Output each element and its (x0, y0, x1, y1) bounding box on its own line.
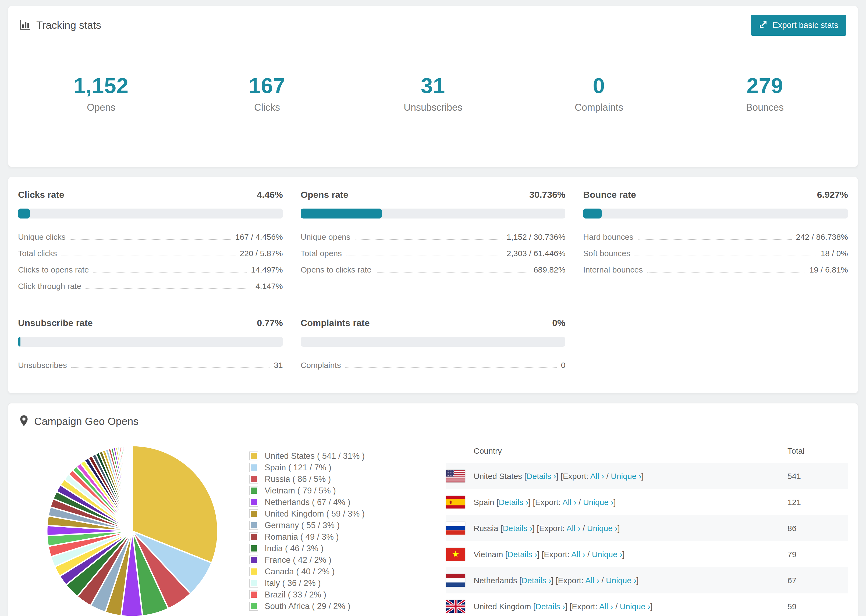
rate-row-label: Total opens (301, 249, 342, 258)
geo-opens-table: Country Total United States [Details ›] … (446, 438, 848, 616)
legend-label: Italy ( 36 / 2% ) (265, 578, 321, 588)
details-link[interactable]: Details › (499, 498, 528, 507)
legend-item: Russia ( 86 / 5% ) (249, 473, 400, 485)
dotted-leader (355, 239, 502, 240)
rate-panel: Opens rate30.736%Unique opens1,152 / 30.… (301, 190, 565, 291)
legend-item: Italy ( 36 / 2% ) (249, 577, 400, 589)
rate-detail-row: Click through rate4.147% (18, 282, 283, 291)
details-link[interactable]: Details › (507, 550, 537, 559)
country-name: United Kingdom (474, 602, 531, 611)
flag-nl-icon (446, 574, 465, 587)
rate-detail-row: Internal bounces19 / 6.81% (583, 265, 848, 274)
bracket-text: ] (556, 472, 561, 481)
legend-swatch (249, 451, 258, 460)
export-unique-link[interactable]: Unique › (611, 472, 641, 481)
rate-row-value: 0 (561, 361, 565, 370)
flag-vn-icon (446, 548, 465, 561)
progress-bar-fill (18, 209, 30, 218)
dotted-leader (71, 368, 270, 368)
table-row: Spain [Details ›] [Export: All › / Uniqu… (446, 489, 848, 515)
bracket-text: ] (641, 472, 644, 481)
country-cell: Spain [Details ›] [Export: All › / Uniqu… (465, 498, 787, 507)
stat-value: 0 (516, 73, 682, 98)
stat-label: Opens (18, 102, 184, 113)
rate-panel: Bounce rate6.927%Hard bounces242 / 86.73… (583, 190, 848, 291)
export-all-link[interactable]: All › (590, 472, 604, 481)
export-basic-stats-button[interactable]: Export basic stats (751, 15, 846, 36)
details-link[interactable]: Details › (527, 472, 556, 481)
rate-row-value: 167 / 4.456% (235, 233, 283, 242)
rate-title: Opens rate (301, 190, 348, 200)
legend-swatch (249, 498, 258, 507)
dotted-leader (61, 256, 235, 256)
details-link[interactable]: Details › (535, 602, 565, 611)
geo-title: Campaign Geo Opens (34, 415, 139, 427)
total-cell: 86 (787, 524, 848, 533)
legend-item: France ( 42 / 2% ) (249, 554, 400, 566)
stat-label: Unsubscribes (350, 102, 516, 113)
bracket-text: ] (532, 524, 537, 533)
country-cell: United States [Details ›] [Export: All ›… (465, 472, 787, 481)
stat-label: Clicks (184, 102, 350, 113)
rate-detail-row: Clicks to opens rate14.497% (18, 265, 283, 274)
export-prefix-text: [Export: (570, 602, 599, 611)
rate-row-label: Total clicks (18, 249, 57, 258)
legend-label: France ( 42 / 2% ) (265, 555, 331, 565)
rate-value: 4.46% (257, 190, 283, 200)
rate-detail-row: Unique opens1,152 / 30.736% (301, 233, 565, 242)
country-cell: United Kingdom [Details ›] [Export: All … (465, 602, 787, 611)
rate-detail-row: Total clicks220 / 5.87% (18, 249, 283, 258)
export-all-link[interactable]: All › (585, 576, 599, 585)
slash-text: / (613, 602, 620, 611)
legend-label: Vietnam ( 79 / 5% ) (265, 486, 336, 496)
legend-label: Germany ( 55 / 3% ) (265, 520, 340, 530)
slash-text: / (576, 498, 583, 507)
legend-item: United Kingdom ( 59 / 3% ) (249, 508, 400, 520)
rate-panel: Clicks rate4.46%Unique clicks167 / 4.456… (18, 190, 283, 291)
country-name: Vietnam (474, 550, 503, 559)
campaign-geo-opens-card: Campaign Geo Opens United States ( 541 /… (8, 403, 858, 616)
export-prefix-text: [Export: (537, 524, 567, 533)
export-unique-link[interactable]: Unique › (606, 576, 636, 585)
bracket-text: [ (533, 602, 535, 611)
legend-item: Netherlands ( 67 / 4% ) (249, 497, 400, 508)
stat-label: Bounces (682, 102, 848, 113)
dotted-leader (635, 256, 816, 256)
legend-item: Romania ( 49 / 3% ) (249, 531, 400, 543)
rate-row-label: Unsubscribes (18, 361, 67, 370)
legend-item: India ( 46 / 3% ) (249, 543, 400, 554)
legend-swatch (249, 590, 258, 599)
slash-text: / (585, 550, 592, 559)
export-all-link[interactable]: All › (599, 602, 613, 611)
rate-row-value: 18 / 0% (820, 249, 848, 258)
legend-swatch (249, 579, 258, 588)
legend-label: Brazil ( 33 / 2% ) (265, 590, 326, 600)
dotted-leader (345, 368, 557, 368)
export-icon (759, 20, 768, 31)
total-cell: 121 (787, 498, 848, 507)
rate-value: 0% (552, 318, 565, 328)
summary-stats-row: 1,152Opens167Clicks31Unsubscribes0Compla… (18, 55, 848, 137)
export-all-link[interactable]: All › (562, 498, 576, 507)
details-link[interactable]: Details › (503, 524, 532, 533)
geo-header: Campaign Geo Opens (18, 404, 848, 438)
dotted-leader (638, 239, 792, 240)
export-unique-link[interactable]: Unique › (587, 524, 617, 533)
export-unique-link[interactable]: Unique › (620, 602, 650, 611)
rate-row-value: 31 (274, 361, 283, 370)
slash-text: / (580, 524, 587, 533)
country-name: Spain (474, 498, 494, 507)
rate-row-label: Unique clicks (18, 233, 66, 242)
tracking-stats-card: Tracking stats Export basic stats 1,152O… (8, 6, 858, 167)
export-all-link[interactable]: All › (571, 550, 585, 559)
total-cell: 541 (787, 472, 848, 481)
bracket-text: ] (551, 576, 556, 585)
export-unique-link[interactable]: Unique › (583, 498, 614, 507)
details-link[interactable]: Details › (521, 576, 551, 585)
export-all-link[interactable]: All › (567, 524, 580, 533)
rate-title: Clicks rate (18, 190, 64, 200)
legend-item: Germany ( 55 / 3% ) (249, 520, 400, 531)
geo-opens-pie-chart[interactable] (45, 444, 220, 616)
export-prefix-text: [Export: (533, 498, 562, 507)
export-unique-link[interactable]: Unique › (592, 550, 622, 559)
